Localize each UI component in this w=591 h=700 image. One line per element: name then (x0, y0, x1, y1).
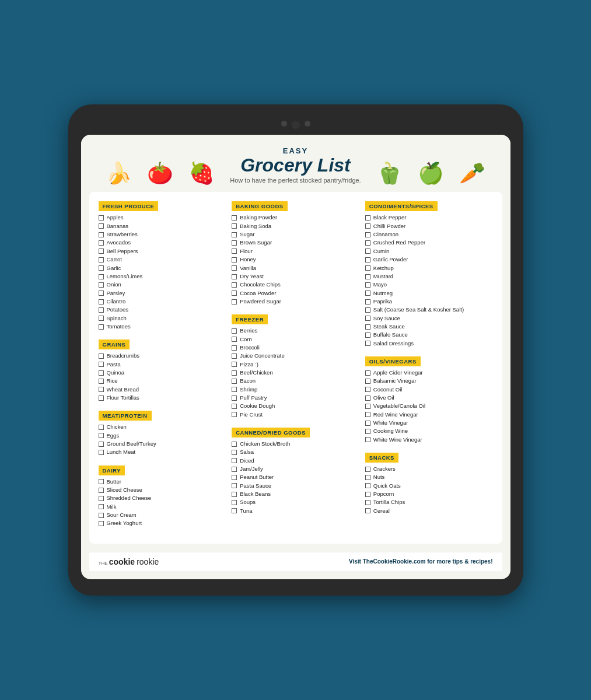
list-item[interactable]: Beef/Chicken (232, 369, 359, 376)
checkbox[interactable] (232, 337, 237, 342)
list-item[interactable]: Sliced Cheese (99, 487, 226, 494)
list-item[interactable]: Black Pepper (365, 214, 493, 221)
list-item[interactable]: Cilantro (99, 298, 226, 305)
checkbox[interactable] (99, 265, 104, 271)
checkbox[interactable] (365, 412, 370, 417)
list-item[interactable]: Pizza :) (232, 361, 359, 368)
checkbox[interactable] (365, 232, 370, 237)
list-item[interactable]: Juice Concentrate (232, 352, 359, 359)
list-item[interactable]: Cereal (365, 508, 493, 514)
checkbox[interactable] (99, 362, 104, 367)
list-item[interactable]: Broccoli (232, 344, 359, 351)
list-item[interactable]: Spinach (99, 315, 226, 322)
checkbox[interactable] (232, 458, 237, 463)
list-item[interactable]: Red Wine Vinegar (365, 411, 493, 418)
checkbox[interactable] (365, 265, 370, 271)
list-item[interactable]: Dry Yeast (232, 273, 359, 280)
checkbox[interactable] (232, 354, 237, 359)
checkbox[interactable] (232, 290, 237, 296)
checkbox[interactable] (365, 240, 370, 246)
list-item[interactable]: Lunch Meat (99, 449, 226, 456)
checkbox[interactable] (365, 215, 370, 220)
list-item[interactable]: Breadcrumbs (99, 352, 226, 359)
list-item[interactable]: Flour (232, 248, 359, 255)
checkbox[interactable] (365, 290, 370, 296)
checkbox[interactable] (365, 299, 370, 304)
checkbox[interactable] (365, 223, 370, 229)
checkbox[interactable] (232, 223, 237, 229)
list-item[interactable]: Onion (99, 281, 226, 288)
list-item[interactable]: Chicken (99, 424, 226, 430)
list-item[interactable]: Puff Pastry (232, 394, 359, 401)
checkbox[interactable] (365, 316, 370, 321)
checkbox[interactable] (232, 500, 237, 505)
checkbox[interactable] (365, 421, 370, 426)
list-item[interactable]: Sour Cream (99, 512, 226, 519)
checkbox[interactable] (99, 249, 104, 254)
checkbox[interactable] (232, 404, 237, 409)
checkbox[interactable] (365, 429, 370, 434)
list-item[interactable]: Garlic (99, 265, 226, 272)
checkbox[interactable] (365, 508, 370, 513)
list-item[interactable]: Brown Sugar (232, 239, 359, 246)
list-item[interactable]: Mustard (365, 273, 493, 280)
list-item[interactable]: Tortilla Chips (365, 499, 493, 506)
list-item[interactable]: Mayo (365, 281, 493, 288)
checkbox[interactable] (365, 404, 370, 409)
checkbox[interactable] (365, 307, 370, 313)
list-item[interactable]: Carrot (99, 256, 226, 263)
list-item[interactable]: Black Beans (232, 491, 359, 498)
list-item[interactable]: Potatoes (99, 306, 226, 313)
list-item[interactable]: Chilli Powder (365, 223, 493, 230)
list-item[interactable]: Nutmeg (365, 290, 493, 297)
list-item[interactable]: Vegetable/Canola Oil (365, 402, 493, 410)
checkbox[interactable] (99, 324, 104, 330)
checkbox[interactable] (232, 265, 237, 271)
checkbox[interactable] (232, 274, 237, 279)
list-item[interactable]: Diced (232, 457, 359, 464)
checkbox[interactable] (99, 479, 104, 484)
checkbox[interactable] (232, 370, 237, 376)
checkbox[interactable] (232, 345, 237, 351)
checkbox[interactable] (232, 508, 237, 513)
list-item[interactable]: Balsamic Vinegar (365, 377, 493, 384)
list-item[interactable]: Chocolate Chips (232, 281, 359, 288)
list-item[interactable]: Eggs (99, 432, 226, 439)
checkbox[interactable] (232, 215, 237, 220)
list-item[interactable]: White Vinegar (365, 419, 493, 426)
checkbox[interactable] (232, 387, 237, 392)
list-item[interactable]: Berries (232, 327, 359, 334)
list-item[interactable]: Vanilla (232, 265, 359, 272)
list-item[interactable]: Chicken Stock/Broth (232, 440, 359, 447)
checkbox[interactable] (365, 324, 370, 330)
checkbox[interactable] (99, 240, 104, 246)
list-item[interactable]: Cumin (365, 248, 493, 255)
list-item[interactable]: Baking Soda (232, 223, 359, 230)
checkbox[interactable] (365, 475, 370, 480)
checkbox[interactable] (232, 450, 237, 455)
checkbox[interactable] (99, 442, 104, 447)
checkbox[interactable] (99, 299, 104, 304)
checkbox[interactable] (365, 500, 370, 505)
checkbox[interactable] (365, 341, 370, 346)
checkbox[interactable] (99, 257, 104, 262)
list-item[interactable]: White Wine Vinegar (365, 436, 493, 443)
list-item[interactable]: Greek Yoghurt (99, 520, 226, 527)
checkbox[interactable] (232, 299, 237, 304)
list-item[interactable]: Rice (99, 377, 226, 384)
checkbox[interactable] (99, 488, 104, 493)
list-item[interactable]: Popcorn (365, 491, 493, 498)
checkbox[interactable] (232, 442, 237, 447)
checkbox[interactable] (232, 249, 237, 254)
list-item[interactable]: Jam/Jelly (232, 466, 359, 473)
list-item[interactable]: Cocoa Powder (232, 290, 359, 297)
list-item[interactable]: Ketchup (365, 265, 493, 272)
checkbox[interactable] (99, 215, 104, 220)
list-item[interactable]: Salt (Coarse Sea Salt & Kosher Salt) (365, 306, 493, 313)
list-item[interactable]: Strawberries (99, 231, 226, 238)
checkbox[interactable] (99, 396, 104, 401)
list-item[interactable]: Tuna (232, 508, 359, 514)
checkbox[interactable] (99, 354, 104, 359)
checkbox[interactable] (365, 437, 370, 442)
list-item[interactable]: Cinnamon (365, 231, 493, 238)
